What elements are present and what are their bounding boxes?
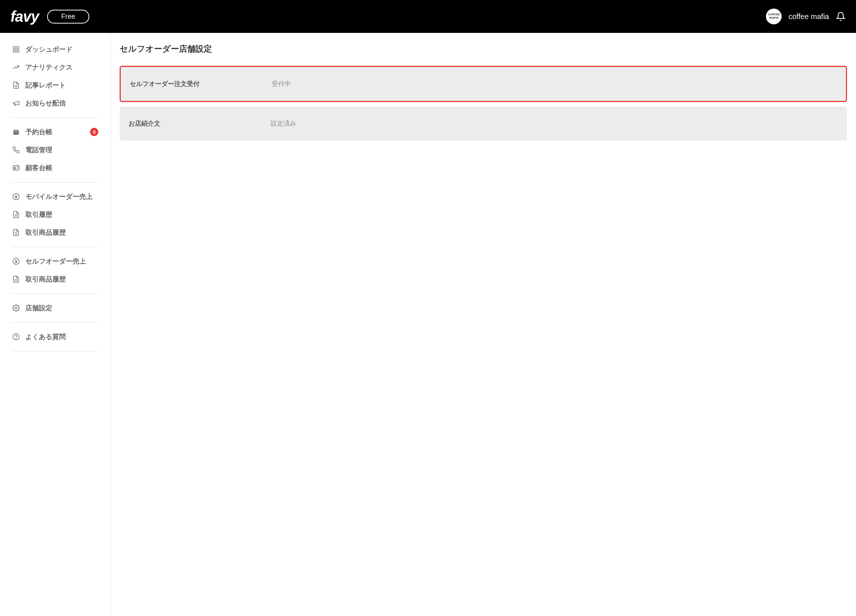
card-status: 設定済み (271, 119, 296, 128)
sidebar-item-calendar-1-0[interactable]: 予約台帳0 (12, 123, 98, 141)
sidebar-item-dashboard-0-0[interactable]: ダッシュボード (12, 40, 98, 58)
sidebar-item-label: 取引履歴 (25, 210, 52, 219)
svg-rect-6 (14, 130, 19, 135)
sidebar-item-label: 電話管理 (25, 145, 52, 154)
card-label: お店紹介文 (129, 119, 271, 128)
doc-icon (12, 228, 20, 237)
svg-point-24 (16, 338, 17, 339)
sidebar-item-label: 記事レポート (25, 81, 66, 90)
user-avatar[interactable]: COFFEE MAFIA (766, 9, 782, 24)
page-title: セルフオーダー店舗設定 (120, 43, 856, 55)
gear-icon (12, 304, 20, 312)
user-name[interactable]: coffee mafia (788, 12, 829, 21)
doc-icon (12, 275, 20, 283)
id-card-icon (12, 164, 20, 172)
sidebar-item-label: モバイルオーダー売上 (25, 192, 93, 201)
sidebar-item-label: 顧客台帳 (25, 163, 52, 172)
card-status: 受付中 (272, 80, 291, 88)
nav-divider (12, 351, 98, 351)
sidebar: ダッシュボードアナリティクス記事レポートお知らせ配信予約台帳0電話管理顧客台帳モ… (0, 33, 111, 616)
sidebar-item-yen-3-0[interactable]: セルフオーダー売上 (12, 252, 98, 270)
nav-divider (12, 247, 98, 247)
analytics-icon (12, 63, 20, 71)
header-right: COFFEE MAFIA coffee mafia (766, 9, 845, 24)
plan-badge[interactable]: Free (47, 10, 89, 23)
svg-rect-1 (17, 47, 19, 49)
svg-rect-0 (14, 47, 16, 49)
yen-icon (12, 257, 20, 265)
settings-card-0[interactable]: セルフオーダー注文受付受付中 (120, 66, 847, 102)
sidebar-item-analytics-0-1[interactable]: アナリティクス (12, 58, 98, 76)
calendar-icon (12, 128, 20, 136)
nav-divider (12, 182, 98, 182)
svg-rect-7 (14, 129, 15, 130)
sidebar-item-help-5-0[interactable]: よくある質問 (12, 328, 98, 346)
svg-rect-2 (14, 50, 16, 52)
sidebar-item-gear-4-0[interactable]: 店舗設定 (12, 299, 98, 317)
doc-icon (12, 211, 20, 219)
dashboard-icon (12, 45, 20, 54)
help-icon (12, 333, 20, 341)
sidebar-item-id-card-1-2[interactable]: 顧客台帳 (12, 159, 98, 177)
settings-card-1[interactable]: お店紹介文設定済み (120, 106, 847, 140)
app-logo[interactable]: favy (11, 8, 39, 25)
badge: 0 (90, 128, 98, 136)
sidebar-item-label: 店舗設定 (25, 303, 52, 313)
phone-icon (12, 146, 20, 154)
sidebar-item-doc-2-1[interactable]: 取引履歴 (12, 206, 98, 223)
nav-divider (12, 293, 98, 294)
sidebar-item-label: よくある質問 (25, 332, 66, 341)
card-label: セルフオーダー注文受付 (130, 80, 272, 88)
sidebar-item-label: お知らせ配信 (25, 99, 66, 108)
svg-rect-9 (14, 131, 19, 132)
svg-point-11 (14, 167, 15, 168)
report-icon (12, 81, 20, 89)
sidebar-item-label: セルフオーダー売上 (25, 257, 86, 266)
sidebar-item-label: 取引商品履歴 (25, 275, 66, 284)
nav-divider (12, 117, 98, 118)
announce-icon (12, 99, 20, 107)
sidebar-item-doc-3-1[interactable]: 取引商品履歴 (12, 270, 98, 288)
sidebar-item-report-0-2[interactable]: 記事レポート (12, 76, 98, 94)
sidebar-item-label: 予約台帳 (25, 128, 52, 136)
app-header: favy Free COFFEE MAFIA coffee mafia (0, 0, 856, 33)
yen-icon (12, 192, 20, 201)
header-left: favy Free (11, 8, 89, 25)
sidebar-item-label: アナリティクス (25, 63, 72, 72)
sidebar-item-doc-2-2[interactable]: 取引商品履歴 (12, 223, 98, 242)
bell-icon[interactable] (836, 12, 845, 21)
svg-rect-3 (17, 50, 19, 52)
nav-divider (12, 322, 98, 323)
sidebar-item-phone-1-1[interactable]: 電話管理 (12, 141, 98, 159)
sidebar-item-label: ダッシュボード (25, 45, 72, 54)
main-content: セルフオーダー店舗設定 セルフオーダー注文受付受付中お店紹介文設定済み (111, 33, 856, 616)
sidebar-item-label: 取引商品履歴 (25, 228, 66, 237)
settings-cards: セルフオーダー注文受付受付中お店紹介文設定済み (120, 66, 856, 140)
svg-point-22 (15, 307, 17, 309)
svg-rect-8 (17, 129, 18, 130)
sidebar-item-announce-0-3[interactable]: お知らせ配信 (12, 94, 98, 112)
sidebar-item-yen-2-0[interactable]: モバイルオーダー売上 (12, 188, 98, 206)
